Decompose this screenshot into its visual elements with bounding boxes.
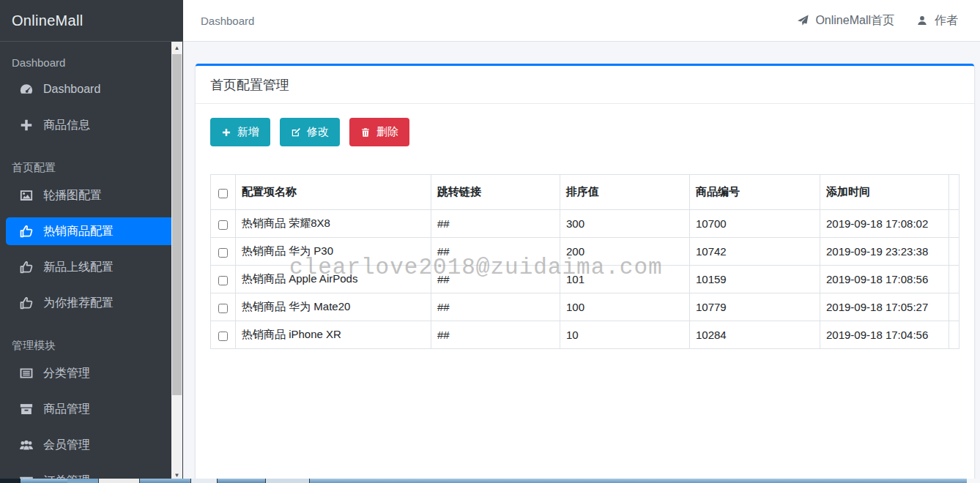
topbar-link-label: OnlineMall首页: [815, 13, 894, 29]
brand-logo[interactable]: OnlineMall: [0, 0, 183, 42]
table-body: 热销商品 荣耀8X8##300107002019-09-18 17:08:02热…: [211, 210, 959, 349]
user-icon: [916, 15, 928, 26]
sidebar-nav: DashboardDashboard商品信息首页配置轮播图配置热销商品配置新品上…: [0, 42, 183, 483]
table-cell-empty: [949, 266, 959, 293]
trash-button[interactable]: 删除: [349, 118, 409, 146]
sidebar-item[interactable]: 商品信息: [6, 111, 177, 139]
table-row[interactable]: 热销商品 华为 Mate20##100107792019-09-18 17:05…: [211, 293, 959, 321]
table-cell-empty: [949, 293, 959, 321]
sidebar-item[interactable]: Dashboard: [6, 75, 177, 103]
topbar: Dashboard OnlineMall首页作者: [183, 0, 980, 42]
table-cell: 2019-09-18 17:08:56: [820, 266, 949, 293]
row-check-cell: [211, 293, 236, 321]
breadcrumb[interactable]: Dashboard: [201, 15, 254, 27]
row-checkbox[interactable]: [218, 220, 228, 230]
table-cell: 10742: [690, 238, 820, 266]
sidebar-scrollbar[interactable]: ▲ ▼: [171, 42, 182, 483]
scrollbar-thumb[interactable]: [172, 54, 182, 395]
row-check-cell: [211, 266, 236, 293]
list-icon: [18, 365, 35, 381]
tachometer-icon: [18, 81, 35, 97]
plus-icon: [221, 127, 231, 138]
table-cell: 101: [560, 266, 690, 293]
page-title: 首页配置管理: [196, 66, 974, 104]
table-cell: 2019-09-18 17:04:56: [820, 321, 949, 349]
table-cell: 2019-09-19 23:23:38: [820, 238, 949, 266]
row-checkbox[interactable]: [218, 332, 228, 341]
sidebar-item[interactable]: 商品管理: [6, 395, 177, 423]
topbar-link[interactable]: 作者: [916, 13, 958, 29]
button-label: 删除: [376, 125, 398, 139]
table-cell: 10779: [690, 293, 820, 321]
row-check-cell: [211, 210, 236, 238]
table-cell: ##: [431, 210, 560, 238]
table-cell-empty: [949, 321, 959, 349]
plus-button[interactable]: 新增: [210, 118, 270, 146]
table-cell: 热销商品 Apple AirPods: [236, 266, 431, 293]
column-header: 排序值: [560, 175, 690, 210]
sidebar-item-label: 商品管理: [43, 402, 90, 417]
table-cell-empty: [949, 210, 959, 238]
trash-icon: [360, 127, 371, 138]
table-cell: 10: [560, 321, 690, 349]
sidebar: OnlineMall DashboardDashboard商品信息首页配置轮播图…: [0, 0, 183, 483]
taskbar-segment: [190, 479, 217, 483]
column-header: 跳转链接: [431, 175, 560, 210]
content-area: 首页配置管理 新增修改删除 配置项名称跳转链接排序值商品编号添加时间 热销商品 …: [183, 42, 980, 483]
thumbs-up-icon: [18, 223, 35, 239]
table-wrap: 配置项名称跳转链接排序值商品编号添加时间 热销商品 荣耀8X8##3001070…: [210, 174, 959, 349]
sidebar-item[interactable]: 会员管理: [6, 431, 177, 459]
sidebar-item[interactable]: 热销商品配置: [6, 217, 177, 245]
select-all-cell: [211, 175, 236, 210]
config-card: 首页配置管理 新增修改删除 配置项名称跳转链接排序值商品编号添加时间 热销商品 …: [196, 64, 974, 483]
table-cell: 10159: [690, 266, 820, 293]
table-row[interactable]: 热销商品 华为 P30##200107422019-09-19 23:23:38: [211, 238, 959, 266]
row-checkbox[interactable]: [218, 276, 228, 285]
table-cell: ##: [431, 238, 560, 266]
sidebar-item[interactable]: 轮播图配置: [6, 181, 177, 209]
table-row[interactable]: 热销商品 iPhone XR##10102842019-09-18 17:04:…: [211, 321, 959, 349]
select-all-checkbox[interactable]: [218, 189, 228, 198]
toolbar: 新增修改删除: [210, 118, 959, 146]
sidebar-item[interactable]: 分类管理: [6, 359, 177, 387]
sidebar-item-label: Dashboard: [43, 83, 100, 96]
row-checkbox[interactable]: [218, 304, 228, 313]
column-header: 配置项名称: [236, 175, 431, 210]
table-row[interactable]: 热销商品 Apple AirPods##101101592019-09-18 1…: [211, 266, 959, 293]
edit-button[interactable]: 修改: [280, 118, 340, 146]
table-cell: 10700: [690, 210, 820, 238]
taskbar-segment: [967, 479, 980, 483]
column-header: 商品编号: [690, 175, 820, 210]
table-cell: ##: [431, 321, 560, 349]
table-cell: 300: [560, 210, 690, 238]
button-label: 新增: [237, 125, 259, 139]
table-row[interactable]: 热销商品 荣耀8X8##300107002019-09-18 17:08:02: [211, 210, 959, 238]
taskbar-segment: [265, 479, 309, 483]
scroll-up-icon[interactable]: ▲: [171, 42, 182, 53]
taskbar-segment: [98, 479, 139, 483]
sidebar-section-header: 首页配置: [6, 151, 177, 181]
table-cell-empty: [949, 238, 959, 266]
thumbs-up-icon: [18, 259, 35, 275]
plus-icon: [18, 117, 35, 133]
sidebar-section-header: Dashboard: [6, 46, 177, 75]
sidebar-item[interactable]: 新品上线配置: [6, 253, 177, 281]
topbar-link[interactable]: OnlineMall首页: [797, 13, 894, 29]
topbar-links: OnlineMall首页作者: [797, 13, 958, 29]
sidebar-item[interactable]: 为你推荐配置: [6, 289, 177, 317]
table-cell: 热销商品 华为 P30: [236, 238, 431, 266]
taskbar-segment: [217, 479, 265, 483]
sidebar-section-header: 管理模块: [6, 329, 177, 359]
sidebar-item-label: 新品上线配置: [43, 260, 114, 275]
thumbs-up-icon: [18, 295, 35, 311]
table-cell: ##: [431, 266, 560, 293]
table-cell: 热销商品 荣耀8X8: [236, 210, 431, 238]
table-header-row: 配置项名称跳转链接排序值商品编号添加时间: [211, 175, 959, 210]
edit-icon: [291, 127, 301, 138]
sidebar-item-label: 分类管理: [43, 366, 90, 381]
sidebar-item-label: 热销商品配置: [43, 224, 114, 239]
users-icon: [18, 437, 35, 453]
row-checkbox[interactable]: [218, 248, 228, 258]
taskbar-strip: [0, 479, 980, 483]
table-cell: 2019-09-18 17:08:02: [820, 210, 949, 238]
